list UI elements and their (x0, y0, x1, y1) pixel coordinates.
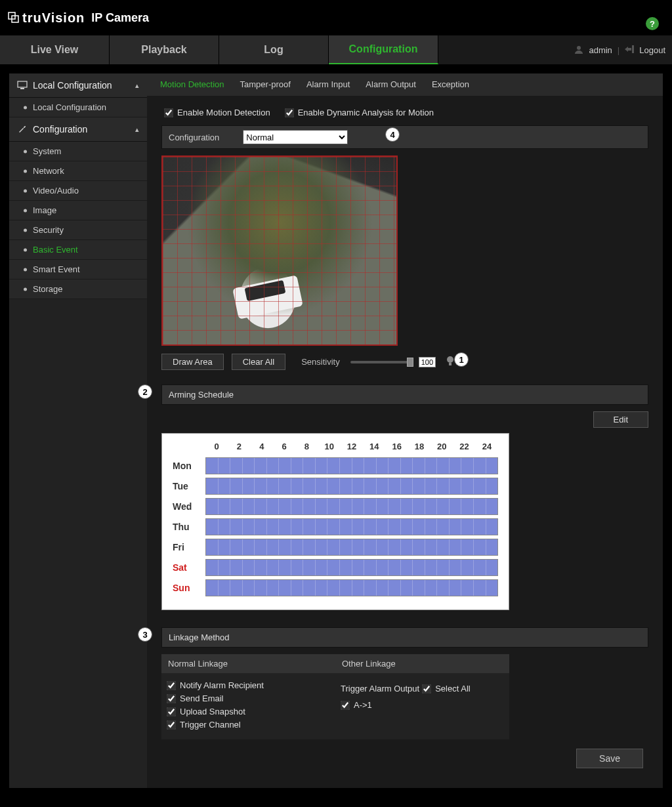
nav-configuration[interactable]: Configuration (329, 35, 438, 64)
sensitivity-label: Sensitivity (301, 357, 340, 367)
subtab-tamper-proof[interactable]: Tamper-proof (232, 73, 299, 96)
svg-rect-4 (18, 81, 27, 87)
clear-all-button[interactable]: Clear All (232, 354, 285, 370)
callout-4: 4 (385, 127, 400, 142)
sidebar-item-storage[interactable]: Storage (9, 279, 147, 299)
callout-2: 2 (138, 384, 152, 399)
linkage-select-all[interactable]: Select All (422, 684, 470, 693)
sidebar-group-local-label: Local Configuration (33, 80, 112, 91)
chevron-up-icon: ▴ (135, 125, 139, 134)
sidebar-item-image[interactable]: Image (9, 201, 147, 220)
sidebar: Local Configuration ▴ Local Configuratio… (9, 73, 147, 788)
schedule-day-label: Wed (173, 501, 205, 512)
config-subtabs: Motion Detection Tamper-proof Alarm Inpu… (147, 73, 663, 96)
nav-live-view[interactable]: Live View (0, 35, 110, 64)
draw-area-button[interactable]: Draw Area (161, 354, 224, 370)
schedule-day-row: Wed (173, 496, 498, 516)
linkage-other-header: Other Linkage (335, 654, 509, 673)
sidebar-item-video-audio[interactable]: Video/Audio (9, 181, 147, 201)
enable-dynamic-check[interactable]: Enable Dynamic Analysis for Motion (285, 108, 434, 117)
brand-logo-icon (8, 12, 20, 24)
user-icon (574, 45, 583, 56)
enable-dynamic-label: Enable Dynamic Analysis for Motion (298, 108, 434, 117)
linkage-normal-column: Notify Alarm Recipient Send Email Upload… (161, 673, 335, 739)
configuration-bar: Configuration Normal 4 (161, 125, 648, 149)
schedule-day-row: Mon (173, 455, 498, 476)
arming-schedule-header: Arming Schedule (161, 384, 648, 405)
linkage-upload-snapshot[interactable]: Upload Snapshot (167, 707, 330, 716)
schedule-day-row: Thu (173, 516, 498, 537)
schedule-hours-row: 0 2 4 6 8 10 12 14 16 18 20 22 2 (205, 442, 498, 451)
help-icon[interactable]: ? (646, 17, 659, 30)
schedule-day-row: Sat (173, 557, 498, 577)
linkage-method-header: Linkage Method (161, 627, 648, 648)
sidebar-item-smart-event[interactable]: Smart Event (9, 260, 147, 279)
subtab-exception[interactable]: Exception (424, 73, 477, 96)
linkage-notify-alarm[interactable]: Notify Alarm Recipient (167, 680, 330, 690)
sidebar-item-local-configuration[interactable]: Local Configuration (9, 98, 147, 117)
trigger-alarm-output-label: Trigger Alarm Output (341, 684, 419, 693)
arming-schedule-grid: 0 2 4 6 8 10 12 14 16 18 20 22 2 (161, 433, 509, 610)
subtab-alarm-output[interactable]: Alarm Output (358, 73, 424, 96)
slider-thumb[interactable] (407, 358, 413, 367)
nav-separator: | (618, 45, 620, 55)
schedule-day-bar[interactable] (205, 559, 498, 576)
subtab-alarm-input[interactable]: Alarm Input (299, 73, 358, 96)
schedule-day-row: Tue (173, 476, 498, 496)
logout-icon (625, 45, 634, 55)
sensitivity-value: 100 (419, 357, 436, 367)
sidebar-item-network[interactable]: Network (9, 161, 147, 181)
callout-1: 1 (454, 352, 469, 367)
save-button[interactable]: Save (576, 749, 643, 768)
configuration-select[interactable]: Normal (243, 130, 348, 144)
sidebar-item-security[interactable]: Security (9, 220, 147, 240)
schedule-day-label: Sun (173, 583, 205, 593)
schedule-day-row: Sun (173, 577, 498, 598)
sidebar-group-local[interactable]: Local Configuration ▴ (9, 73, 147, 98)
svg-point-6 (447, 356, 453, 363)
sidebar-group-configuration[interactable]: Configuration ▴ (9, 117, 147, 142)
sidebar-group-configuration-label: Configuration (33, 124, 87, 134)
app-header: truVision IP Camera ? (0, 0, 672, 35)
subtab-motion-detection[interactable]: Motion Detection (152, 73, 232, 96)
schedule-day-label: Fri (173, 542, 205, 552)
bulb-icon (446, 356, 454, 368)
brand-name: truVision (22, 10, 85, 26)
schedule-day-bar[interactable] (205, 457, 498, 474)
wrench-icon (17, 124, 28, 134)
enable-motion-label: Enable Motion Detection (177, 108, 270, 117)
enable-motion-checkbox[interactable] (164, 108, 173, 117)
enable-motion-check[interactable]: Enable Motion Detection (164, 108, 270, 117)
sensitivity-slider[interactable] (350, 361, 410, 363)
schedule-day-label: Sat (173, 562, 205, 573)
schedule-edit-button[interactable]: Edit (593, 411, 648, 428)
linkage-output-a1[interactable]: A->1 (341, 700, 504, 710)
sidebar-item-basic-event[interactable]: Basic Event (9, 240, 147, 260)
svg-rect-7 (449, 363, 452, 365)
enable-dynamic-checkbox[interactable] (285, 108, 294, 117)
motion-area-preview[interactable] (161, 155, 398, 346)
schedule-day-bar[interactable] (205, 498, 498, 515)
schedule-day-label: Mon (173, 461, 205, 471)
nav-log[interactable]: Log (219, 35, 329, 64)
nav-logout[interactable]: Logout (639, 45, 665, 55)
monitor-icon (17, 80, 28, 91)
main-panel: Motion Detection Tamper-proof Alarm Inpu… (147, 73, 663, 788)
main-nav: Live View Playback Log Configuration adm… (0, 35, 672, 64)
nav-playback[interactable]: Playback (110, 35, 219, 64)
nav-user-area: admin | Logout (574, 35, 665, 64)
schedule-day-bar[interactable] (205, 579, 498, 596)
schedule-day-bar[interactable] (205, 539, 498, 556)
linkage-trigger-channel[interactable]: Trigger Channel (167, 720, 330, 730)
svg-point-2 (577, 46, 581, 50)
linkage-other-column: Trigger Alarm Output Select All A->1 (335, 673, 509, 739)
nav-username: admin (589, 45, 612, 55)
linkage-send-email[interactable]: Send Email (167, 693, 330, 703)
schedule-day-bar[interactable] (205, 518, 498, 535)
linkage-normal-header: Normal Linkage (161, 654, 335, 673)
schedule-day-bar[interactable] (205, 478, 498, 495)
sidebar-item-system[interactable]: System (9, 142, 147, 161)
configuration-label: Configuration (169, 133, 219, 142)
schedule-day-row: Fri (173, 537, 498, 557)
schedule-day-label: Tue (173, 481, 205, 491)
